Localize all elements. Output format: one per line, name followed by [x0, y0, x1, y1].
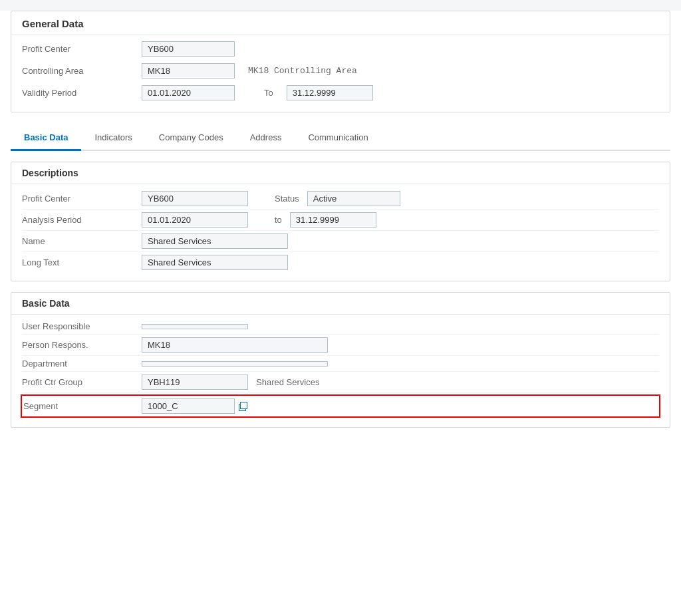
status-value: Active: [307, 191, 400, 206]
copy-icon[interactable]: [237, 400, 249, 412]
profit-ctr-group-label: Profit Ctr Group: [22, 377, 142, 387]
controlling-area-value: MK18: [142, 63, 235, 78]
controlling-area-text: MK18 Controlling Area: [248, 66, 357, 76]
basic-data-section: Basic Data User Responsible Person Respo…: [11, 292, 670, 428]
tab-address[interactable]: Address: [237, 126, 295, 151]
desc-profit-center-value: YB600: [142, 191, 248, 206]
department-value: [142, 361, 328, 367]
user-responsible-value: [142, 324, 248, 329]
status-pair: Status Active: [275, 191, 400, 206]
tab-communication[interactable]: Communication: [295, 126, 381, 151]
desc-profit-center-label: Profit Center: [22, 194, 142, 204]
segment-value-group: 1000_C: [142, 398, 249, 414]
descriptions-section: Descriptions Profit Center YB600 Status …: [11, 162, 670, 281]
profit-center-value: YB600: [142, 41, 235, 57]
person-respons-value: MK18: [142, 337, 328, 353]
long-text-label: Long Text: [22, 257, 142, 267]
tabs-container: Basic Data Indicators Company Codes Addr…: [11, 126, 670, 151]
name-value: Shared Services: [142, 233, 288, 249]
person-respons-label: Person Respons.: [22, 340, 142, 350]
tab-company-codes[interactable]: Company Codes: [146, 126, 237, 151]
user-responsible-label: User Responsible: [22, 321, 142, 331]
analysis-period-from: 01.01.2020: [142, 212, 248, 228]
page-container: General Data Profit Center YB600 Control…: [0, 11, 681, 616]
controlling-area-label: Controlling Area: [22, 66, 142, 76]
tab-basic-data[interactable]: Basic Data: [11, 126, 81, 151]
basic-data-title: Basic Data: [11, 293, 670, 315]
profit-ctr-group-text: Shared Services: [256, 377, 319, 387]
desc-profit-center-group: YB600 Status Active: [142, 191, 659, 206]
general-data-section: General Data Profit Center YB600 Control…: [11, 11, 670, 112]
profit-ctr-group-value: YBH119: [142, 375, 248, 390]
status-label: Status: [275, 194, 299, 204]
long-text-row: Long Text Shared Services: [22, 252, 659, 273]
person-respons-row: Person Respons. MK18: [22, 335, 659, 356]
segment-row: Segment 1000_C: [21, 394, 660, 418]
analysis-to-label: to: [275, 215, 282, 225]
basic-data-form: User Responsible Person Respons. MK18 De…: [11, 315, 670, 427]
validity-from-value: 01.01.2020: [142, 85, 235, 100]
profit-ctr-group-row: Profit Ctr Group YBH119 Shared Services: [22, 372, 659, 393]
segment-label: Segment: [22, 401, 142, 411]
descriptions-title: Descriptions: [11, 162, 670, 184]
name-row: Name Shared Services: [22, 231, 659, 252]
validity-group: 01.01.2020 To 31.12.9999: [142, 85, 373, 100]
analysis-to-pair: to 31.12.9999: [275, 212, 376, 228]
analysis-period-group: 01.01.2020 to 31.12.9999: [142, 212, 659, 228]
analysis-period-row: Analysis Period 01.01.2020 to 31.12.9999: [22, 210, 659, 231]
controlling-area-row: Controlling Area MK18 MK18 Controlling A…: [22, 60, 659, 82]
validity-to-label: To: [264, 88, 273, 98]
descriptions-form: Profit Center YB600 Status Active Analys…: [11, 184, 670, 281]
analysis-period-to: 31.12.9999: [290, 212, 376, 228]
desc-profit-center-row: Profit Center YB600 Status Active: [22, 188, 659, 210]
tab-indicators[interactable]: Indicators: [81, 126, 145, 151]
user-responsible-row: User Responsible: [22, 319, 659, 335]
validity-period-row: Validity Period 01.01.2020 To 31.12.9999: [22, 82, 659, 104]
analysis-period-label: Analysis Period: [22, 215, 142, 225]
department-row: Department: [22, 356, 659, 372]
profit-center-label: Profit Center: [22, 44, 142, 54]
long-text-value: Shared Services: [142, 255, 288, 270]
department-label: Department: [22, 359, 142, 369]
validity-period-label: Validity Period: [22, 88, 142, 98]
profit-ctr-group-container: YBH119 Shared Services: [142, 375, 319, 390]
segment-value: 1000_C: [142, 398, 235, 414]
validity-to-value: 31.12.9999: [287, 85, 373, 100]
general-data-title: General Data: [11, 11, 670, 35]
profit-center-row: Profit Center YB600: [22, 38, 659, 60]
name-label: Name: [22, 236, 142, 246]
